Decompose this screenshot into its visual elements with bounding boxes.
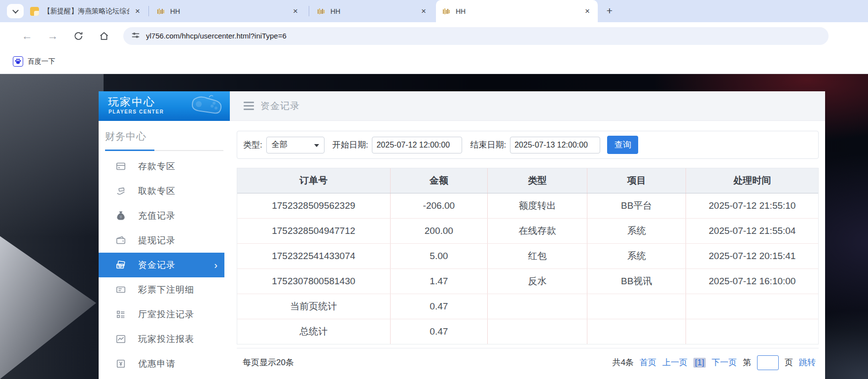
sidebar-item-label: 充值记录 — [138, 210, 176, 222]
close-icon[interactable]: × — [418, 6, 429, 17]
cell-amount: 1.47 — [391, 269, 488, 294]
close-icon[interactable]: × — [290, 6, 301, 17]
cell-order-no: 1752328504947712 — [237, 219, 391, 243]
sidebar-item-hall-bets[interactable]: 厅室投注记录 — [99, 302, 230, 327]
cell-project: BB平台 — [587, 193, 687, 218]
main-header: 资金记录 — [230, 91, 825, 121]
table-row: 1752322541433074 5.00 红包 系统 2025-07-12 2… — [237, 244, 818, 269]
home-icon[interactable] — [96, 31, 112, 41]
sidebar-item-recharge[interactable]: ¥ 充值记录 — [99, 203, 230, 228]
column-header-type: 类型 — [488, 168, 587, 193]
table-row: 1752328509562329 -206.00 额度转出 BB平台 2025-… — [237, 193, 818, 219]
site-settings-icon[interactable] — [131, 31, 140, 41]
cell-amount: 0.47 — [391, 319, 488, 344]
section-underline — [105, 150, 223, 151]
sidebar-item-label: 厅室投注记录 — [138, 308, 194, 320]
gold-logo-icon — [157, 7, 166, 16]
funds-table: 订单号 金额 类型 项目 处理时间 1752328509562329 -206.… — [237, 168, 819, 344]
tab-hh-active[interactable]: HH × — [436, 0, 598, 22]
cell-project: 系统 — [587, 244, 687, 268]
first-page-link[interactable]: 首页 — [640, 357, 656, 368]
sidebar-item-promo-apply[interactable]: 优惠申请 — [99, 351, 230, 376]
sidebar-section-title: 财务中心 — [99, 121, 230, 143]
end-date-label: 结束日期: — [470, 139, 506, 151]
column-header-project: 项目 — [587, 168, 687, 193]
new-tab-button[interactable]: + — [603, 4, 616, 18]
page-prefix-label: 第 — [743, 357, 751, 368]
bookmarks-bar: 百度一下 — [0, 49, 868, 74]
page-jump-input[interactable] — [757, 355, 779, 370]
cell-order-no: 1752328509562329 — [237, 193, 391, 218]
bookmark-baidu[interactable]: 百度一下 — [13, 56, 55, 67]
sidebar-item-label: 玩家投注报表 — [138, 333, 194, 345]
chevron-right-icon: › — [214, 260, 217, 271]
yellow-forum-icon — [30, 7, 39, 16]
table-row: 1752328504947712 200.00 在线存款 系统 2025-07-… — [237, 219, 818, 244]
next-page-link[interactable]: 下一页 — [712, 357, 737, 368]
wallet-icon — [115, 235, 126, 246]
cell-project: 系统 — [587, 219, 687, 243]
cell-type — [488, 294, 587, 319]
page-title: 资金记录 — [260, 100, 300, 113]
table-row-page-total: 当前页统计 0.47 — [237, 294, 818, 319]
sidebar-item-label: 取款专区 — [138, 185, 176, 197]
tab-hh-2[interactable]: HH × — [311, 0, 434, 22]
chevron-down-icon — [314, 144, 319, 147]
start-date-input[interactable] — [372, 137, 462, 153]
sidebar-item-label: 优惠申请 — [138, 358, 176, 370]
close-icon[interactable]: × — [582, 6, 593, 17]
cell-type — [488, 319, 587, 344]
query-button[interactable]: 查询 — [607, 136, 638, 154]
sidebar-item-player-report[interactable]: 玩家投注报表 — [99, 327, 230, 351]
type-label: 类型: — [243, 139, 262, 151]
sidebar-item-withdraw[interactable]: 取款专区 — [99, 179, 230, 203]
cell-time: 2025-07-12 20:15:41 — [686, 244, 818, 268]
cell-amount: 5.00 — [391, 244, 488, 268]
forward-icon[interactable]: → — [44, 30, 61, 42]
cell-order-no: 1752307800581430 — [237, 269, 391, 294]
tab-search-button[interactable] — [7, 4, 24, 18]
cell-amount: 0.47 — [391, 294, 488, 319]
moneybag-icon: ¥ — [115, 210, 126, 221]
main-panel: 资金记录 类型: 全部 开始日期: 结束日期: 查询 订单号 金额 类型 — [230, 91, 825, 379]
cell-type: 额度转出 — [488, 193, 587, 218]
cell-time — [686, 294, 818, 319]
sidebar-item-deposit[interactable]: 存款专区 — [99, 154, 230, 179]
tab-forum[interactable]: 【新提醒】海燕策略论坛综合交 × — [24, 0, 148, 22]
back-icon[interactable]: ← — [19, 30, 36, 42]
jump-link[interactable]: 跳转 — [799, 357, 816, 368]
players-center-subtitle: PLAYERS CENTER — [108, 109, 164, 114]
sidebar-banner: 玩家中心 PLAYERS CENTER — [99, 91, 230, 121]
withdraw-hand-icon — [115, 186, 126, 196]
type-select[interactable]: 全部 — [266, 137, 325, 153]
cell-type: 在线存款 — [488, 219, 587, 243]
gamepad-icon — [185, 93, 226, 121]
screen: 【新提醒】海燕策略论坛综合交 × HH × HH × HH × + — [0, 0, 868, 379]
table-row-grand-total: 总统计 0.47 — [237, 319, 818, 344]
tab-title: HH — [330, 7, 415, 15]
column-header-time: 处理时间 — [686, 168, 818, 193]
total-count: 共4条 — [613, 357, 634, 368]
sidebar: 玩家中心 PLAYERS CENTER 财务中心 存款专区 — [99, 91, 230, 379]
sidebar-item-withdraw-record[interactable]: 提现记录 — [99, 228, 230, 253]
hamburger-icon[interactable] — [244, 102, 254, 110]
bookmark-label: 百度一下 — [28, 57, 55, 66]
end-date-input[interactable] — [510, 137, 600, 153]
sidebar-item-funds-record[interactable]: 资金记录 › — [99, 253, 224, 277]
gold-logo-icon — [442, 7, 451, 16]
close-icon[interactable]: × — [132, 6, 143, 17]
prev-page-link[interactable]: 上一页 — [662, 357, 687, 368]
cell-project — [587, 294, 687, 319]
browser-tabstrip: 【新提醒】海燕策略论坛综合交 × HH × HH × HH × + — [0, 0, 868, 22]
sidebar-item-lottery-bets[interactable]: 彩票下注明细 — [99, 277, 230, 302]
table-header-row: 订单号 金额 类型 项目 处理时间 — [237, 168, 818, 193]
gold-logo-icon — [317, 7, 326, 16]
tab-hh-1[interactable]: HH × — [150, 0, 306, 22]
current-page-badge: [1] — [693, 358, 706, 368]
browser-toolbar: ← → yl756.com/hhcp/usercenter.html?iniTy… — [0, 22, 868, 49]
chevron-down-icon — [12, 7, 19, 14]
reload-icon[interactable] — [70, 31, 87, 41]
url-bar[interactable]: yl756.com/hhcp/usercenter.html?iniType=6 — [123, 27, 829, 45]
cell-amount: -206.00 — [391, 193, 488, 218]
sidebar-item-label: 提现记录 — [138, 234, 176, 246]
